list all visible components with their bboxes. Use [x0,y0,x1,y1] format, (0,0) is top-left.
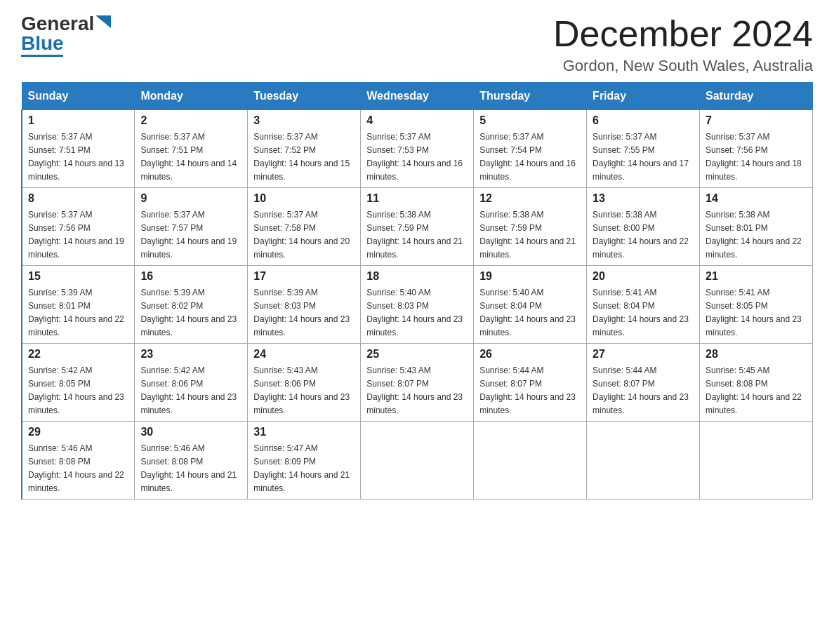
calendar-week-1: 1 Sunrise: 5:37 AMSunset: 7:51 PMDayligh… [22,110,813,188]
subtitle: Gordon, New South Wales, Australia [553,57,813,75]
logo-triangle-icon [95,15,111,28]
day-number: 7 [706,114,807,127]
logo-underline [21,55,63,57]
col-wednesday: Wednesday [361,83,474,110]
calendar-cell: 25 Sunrise: 5:43 AMSunset: 8:07 PMDaylig… [361,344,474,422]
day-info: Sunrise: 5:38 AMSunset: 8:00 PMDaylight:… [593,210,689,260]
day-info: Sunrise: 5:43 AMSunset: 8:06 PMDaylight:… [253,365,350,415]
col-saturday: Saturday [700,83,813,110]
col-tuesday: Tuesday [248,83,361,110]
logo-blue: Blue [21,34,64,53]
day-info: Sunrise: 5:37 AMSunset: 7:51 PMDaylight:… [140,132,237,182]
day-info: Sunrise: 5:41 AMSunset: 8:05 PMDaylight:… [706,288,802,337]
day-info: Sunrise: 5:47 AMSunset: 8:09 PMDaylight:… [253,443,350,493]
calendar-table: Sunday Monday Tuesday Wednesday Thursday… [21,82,813,499]
day-number: 28 [706,348,807,361]
calendar-cell: 23 Sunrise: 5:42 AMSunset: 8:06 PMDaylig… [135,344,248,422]
calendar-cell: 9 Sunrise: 5:37 AMSunset: 7:57 PMDayligh… [135,188,248,266]
day-number: 10 [253,192,355,205]
day-number: 30 [140,426,241,438]
day-info: Sunrise: 5:37 AMSunset: 7:55 PMDaylight:… [593,132,689,182]
day-number: 17 [253,270,355,283]
col-sunday: Sunday [22,83,135,110]
day-info: Sunrise: 5:46 AMSunset: 8:08 PMDaylight:… [28,443,124,493]
day-number: 12 [479,192,581,205]
col-thursday: Thursday [474,83,587,110]
day-number: 29 [28,426,128,438]
calendar-cell [700,422,813,499]
day-info: Sunrise: 5:38 AMSunset: 7:59 PMDaylight:… [479,210,576,260]
calendar-cell: 27 Sunrise: 5:44 AMSunset: 8:07 PMDaylig… [587,344,700,422]
logo-general: General [21,14,94,34]
day-number: 1 [28,114,128,127]
day-number: 14 [706,192,807,205]
day-info: Sunrise: 5:37 AMSunset: 7:52 PMDaylight:… [253,132,350,182]
calendar-cell: 21 Sunrise: 5:41 AMSunset: 8:05 PMDaylig… [700,266,813,344]
day-info: Sunrise: 5:44 AMSunset: 8:07 PMDaylight:… [593,365,689,415]
day-info: Sunrise: 5:37 AMSunset: 7:57 PMDaylight:… [140,210,237,260]
calendar-cell: 28 Sunrise: 5:45 AMSunset: 8:08 PMDaylig… [700,344,813,422]
day-info: Sunrise: 5:39 AMSunset: 8:03 PMDaylight:… [253,288,350,337]
day-info: Sunrise: 5:37 AMSunset: 7:56 PMDaylight:… [706,132,802,182]
calendar-cell: 13 Sunrise: 5:38 AMSunset: 8:00 PMDaylig… [587,188,700,266]
calendar-cell: 1 Sunrise: 5:37 AMSunset: 7:51 PMDayligh… [22,110,135,188]
calendar-cell: 30 Sunrise: 5:46 AMSunset: 8:08 PMDaylig… [135,422,248,499]
day-info: Sunrise: 5:38 AMSunset: 7:59 PMDaylight:… [366,210,463,260]
day-number: 9 [140,192,241,205]
calendar-cell: 14 Sunrise: 5:38 AMSunset: 8:01 PMDaylig… [700,188,813,266]
calendar-cell: 24 Sunrise: 5:43 AMSunset: 8:06 PMDaylig… [248,344,361,422]
day-number: 3 [253,114,355,127]
day-info: Sunrise: 5:43 AMSunset: 8:07 PMDaylight:… [366,365,463,415]
calendar-cell: 17 Sunrise: 5:39 AMSunset: 8:03 PMDaylig… [248,266,361,344]
day-number: 6 [593,114,694,127]
day-number: 18 [366,270,468,283]
day-number: 16 [140,270,241,283]
day-number: 25 [366,348,468,361]
calendar-week-3: 15 Sunrise: 5:39 AMSunset: 8:01 PMDaylig… [22,266,813,344]
day-number: 22 [28,348,128,361]
day-info: Sunrise: 5:40 AMSunset: 8:03 PMDaylight:… [366,288,463,337]
day-info: Sunrise: 5:37 AMSunset: 7:56 PMDaylight:… [28,210,124,260]
calendar-cell [587,422,700,499]
calendar-cell: 18 Sunrise: 5:40 AMSunset: 8:03 PMDaylig… [361,266,474,344]
day-number: 11 [366,192,468,205]
day-info: Sunrise: 5:40 AMSunset: 8:04 PMDaylight:… [479,288,576,337]
day-number: 15 [28,270,128,283]
calendar-cell: 15 Sunrise: 5:39 AMSunset: 8:01 PMDaylig… [22,266,135,344]
calendar-week-2: 8 Sunrise: 5:37 AMSunset: 7:56 PMDayligh… [22,188,813,266]
day-number: 26 [479,348,581,361]
calendar-week-4: 22 Sunrise: 5:42 AMSunset: 8:05 PMDaylig… [22,344,813,422]
calendar-body: 1 Sunrise: 5:37 AMSunset: 7:51 PMDayligh… [22,110,813,499]
calendar-cell: 31 Sunrise: 5:47 AMSunset: 8:09 PMDaylig… [248,422,361,499]
calendar-cell: 11 Sunrise: 5:38 AMSunset: 7:59 PMDaylig… [361,188,474,266]
day-info: Sunrise: 5:37 AMSunset: 7:54 PMDaylight:… [479,132,576,182]
calendar-week-5: 29 Sunrise: 5:46 AMSunset: 8:08 PMDaylig… [22,422,813,499]
calendar-cell: 19 Sunrise: 5:40 AMSunset: 8:04 PMDaylig… [474,266,587,344]
day-info: Sunrise: 5:37 AMSunset: 7:51 PMDaylight:… [28,132,124,182]
day-number: 13 [593,192,694,205]
day-number: 19 [479,270,581,283]
day-info: Sunrise: 5:39 AMSunset: 8:01 PMDaylight:… [28,288,124,337]
calendar-cell: 7 Sunrise: 5:37 AMSunset: 7:56 PMDayligh… [700,110,813,188]
calendar-cell: 3 Sunrise: 5:37 AMSunset: 7:52 PMDayligh… [248,110,361,188]
day-number: 31 [253,426,355,438]
calendar-cell [474,422,587,499]
main-title: December 2024 [553,14,813,54]
day-number: 2 [140,114,241,127]
calendar-cell: 26 Sunrise: 5:44 AMSunset: 8:07 PMDaylig… [474,344,587,422]
day-info: Sunrise: 5:41 AMSunset: 8:04 PMDaylight:… [593,288,689,337]
calendar-cell: 29 Sunrise: 5:46 AMSunset: 8:08 PMDaylig… [22,422,135,499]
calendar-cell: 10 Sunrise: 5:37 AMSunset: 7:58 PMDaylig… [248,188,361,266]
page-header: General Blue December 2024 Gordon, New S… [0,0,834,82]
calendar-cell [361,422,474,499]
calendar-cell: 20 Sunrise: 5:41 AMSunset: 8:04 PMDaylig… [587,266,700,344]
calendar-cell: 12 Sunrise: 5:38 AMSunset: 7:59 PMDaylig… [474,188,587,266]
day-number: 23 [140,348,241,361]
day-info: Sunrise: 5:38 AMSunset: 8:01 PMDaylight:… [706,210,802,260]
day-info: Sunrise: 5:45 AMSunset: 8:08 PMDaylight:… [706,365,802,415]
day-info: Sunrise: 5:46 AMSunset: 8:08 PMDaylight:… [140,443,237,493]
day-number: 5 [479,114,581,127]
title-block: December 2024 Gordon, New South Wales, A… [553,14,813,75]
day-number: 4 [366,114,468,127]
day-info: Sunrise: 5:37 AMSunset: 7:53 PMDaylight:… [366,132,463,182]
